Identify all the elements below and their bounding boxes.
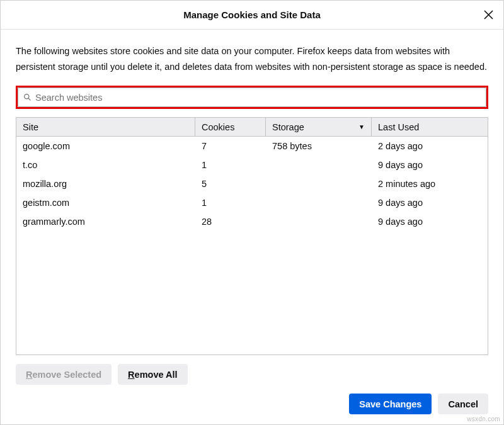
dialog-description: The following websites store cookies and… [16,43,488,74]
manage-cookies-dialog: Manage Cookies and Site Data The followi… [0,0,504,425]
column-header-cookies[interactable]: Cookies [195,118,266,136]
table-header: Site Cookies Storage▼ Last Used [16,118,488,137]
right-button-row: Save Changes Cancel [16,394,488,414]
search-field[interactable] [18,88,486,107]
cell-site: google.com [16,141,195,151]
table-row[interactable]: grammarly.com 28 9 days ago [16,212,488,231]
table-row[interactable]: geistm.com 1 9 days ago [16,193,488,212]
remove-all-button[interactable]: Remove All [118,364,187,385]
cell-site: mozilla.org [16,179,195,189]
cell-cookies: 28 [195,217,266,227]
cell-cookies: 1 [195,198,266,208]
button-label-rest: emove Selected [32,370,101,380]
table-row[interactable]: t.co 1 9 days ago [16,156,488,174]
cell-cookies: 1 [195,160,266,170]
table-row[interactable]: google.com 7 758 bytes 2 days ago [16,137,488,156]
table-row[interactable]: mozilla.org 5 2 minutes ago [16,174,488,193]
access-key: R [128,370,134,380]
save-changes-button[interactable]: Save Changes [349,394,432,414]
access-key: R [26,370,32,380]
search-highlight-box [16,86,488,109]
cell-site: geistm.com [16,198,195,208]
column-header-label: Site [23,122,38,132]
cell-cookies: 5 [195,179,266,189]
cell-lastused: 9 days ago [372,217,488,227]
table-body[interactable]: google.com 7 758 bytes 2 days ago t.co 1… [16,137,488,354]
column-header-lastused[interactable]: Last Used [372,118,488,136]
cell-lastused: 9 days ago [372,160,488,170]
svg-line-1 [28,98,30,100]
column-header-site[interactable]: Site [16,118,195,136]
column-header-storage[interactable]: Storage▼ [266,118,372,136]
cookies-table: Site Cookies Storage▼ Last Used google.c… [16,117,488,355]
search-icon [23,93,32,101]
close-icon [484,10,493,20]
dialog-title: Manage Cookies and Site Data [183,9,321,20]
cell-lastused: 2 minutes ago [372,179,488,189]
cell-lastused: 2 days ago [372,141,488,151]
button-label-rest: emove All [135,370,178,380]
svg-point-0 [25,94,29,99]
column-header-label: Cookies [202,122,234,132]
cell-storage: 758 bytes [266,141,372,151]
cell-lastused: 9 days ago [372,198,488,208]
remove-selected-button[interactable]: Remove Selected [16,364,112,385]
search-input[interactable] [35,93,481,103]
column-header-label: Storage [272,122,304,132]
titlebar: Manage Cookies and Site Data [1,1,503,30]
dialog-content: The following websites store cookies and… [1,30,503,424]
column-header-label: Last Used [378,122,419,132]
cell-cookies: 7 [195,141,266,151]
left-button-row: Remove Selected Remove All [16,364,488,385]
watermark: wsxdn.com [467,416,500,422]
close-button[interactable] [481,8,496,23]
sort-descending-icon: ▼ [358,123,365,130]
cancel-button[interactable]: Cancel [438,394,488,414]
cell-site: grammarly.com [16,217,195,227]
cell-site: t.co [16,160,195,170]
